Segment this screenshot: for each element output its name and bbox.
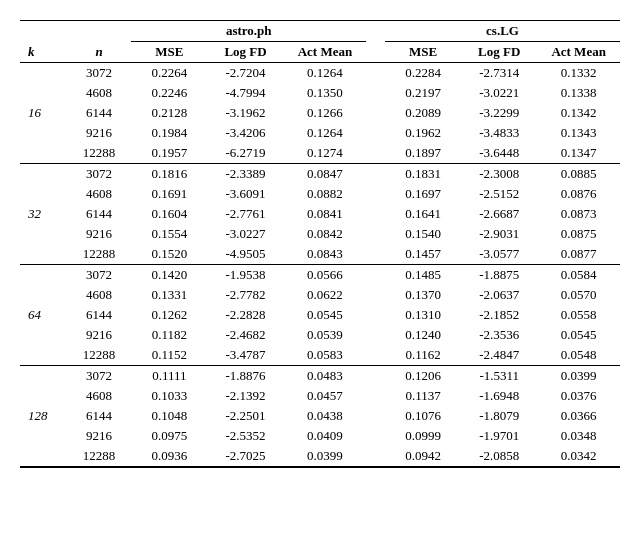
- astro-ph-header: astro.ph: [131, 21, 366, 42]
- k-cell: [20, 224, 67, 244]
- a_act-cell: 0.1266: [284, 103, 367, 123]
- c_mse-cell: 0.2089: [385, 103, 461, 123]
- data-table: astro.ph cs.LG k n MSE Log FD Act Mean M…: [20, 20, 620, 468]
- spacer: [366, 123, 385, 143]
- n-cell: 12288: [67, 345, 131, 366]
- a_mse-cell: 0.1152: [131, 345, 207, 366]
- a_act-cell: 0.0399: [284, 446, 367, 467]
- c_act-cell: 0.0876: [537, 184, 620, 204]
- c_act-cell: 0.0548: [537, 345, 620, 366]
- c_act-cell: 0.0873: [537, 204, 620, 224]
- c_logfd-cell: -2.4847: [461, 345, 537, 366]
- spacer: [366, 386, 385, 406]
- c_act-cell: 0.1343: [537, 123, 620, 143]
- c_act-cell: 0.0366: [537, 406, 620, 426]
- c_logfd-cell: -2.3008: [461, 164, 537, 185]
- a_logfd-cell: -3.0227: [207, 224, 283, 244]
- a_mse-cell: 0.0975: [131, 426, 207, 446]
- a_logfd-cell: -1.8876: [207, 366, 283, 387]
- c_mse-cell: 0.1162: [385, 345, 461, 366]
- n-cell: 6144: [67, 103, 131, 123]
- n-cell: 6144: [67, 305, 131, 325]
- c_mse-cell: 0.1831: [385, 164, 461, 185]
- cs-lg-header: cs.LG: [385, 21, 620, 42]
- a_mse-cell: 0.1331: [131, 285, 207, 305]
- c-mse-header: MSE: [385, 42, 461, 63]
- a_mse-cell: 0.2128: [131, 103, 207, 123]
- a_mse-cell: 0.1182: [131, 325, 207, 345]
- c_mse-cell: 0.0942: [385, 446, 461, 467]
- a_logfd-cell: -2.2501: [207, 406, 283, 426]
- a_act-cell: 0.0409: [284, 426, 367, 446]
- spacer: [366, 305, 385, 325]
- n-header: [67, 21, 131, 42]
- spacer: [366, 83, 385, 103]
- c_mse-cell: 0.1897: [385, 143, 461, 164]
- n-cell: 12288: [67, 446, 131, 467]
- a_act-cell: 0.0545: [284, 305, 367, 325]
- a_mse-cell: 0.1554: [131, 224, 207, 244]
- k-cell: [20, 366, 67, 387]
- spacer: [366, 345, 385, 366]
- a_logfd-cell: -2.2828: [207, 305, 283, 325]
- k-cell: 64: [20, 305, 67, 325]
- k-cell: 128: [20, 406, 67, 426]
- spacer: [366, 325, 385, 345]
- c_mse-cell: 0.1370: [385, 285, 461, 305]
- c-actmean-header: Act Mean: [537, 42, 620, 63]
- n-cell: 4608: [67, 285, 131, 305]
- k-cell: [20, 386, 67, 406]
- a_act-cell: 0.0539: [284, 325, 367, 345]
- c_act-cell: 0.0558: [537, 305, 620, 325]
- c-logfd-header: Log FD: [461, 42, 537, 63]
- c_mse-cell: 0.1206: [385, 366, 461, 387]
- k-cell: [20, 345, 67, 366]
- a_logfd-cell: -3.4206: [207, 123, 283, 143]
- a_act-cell: 0.0842: [284, 224, 367, 244]
- n-cell: 9216: [67, 224, 131, 244]
- c_act-cell: 0.0885: [537, 164, 620, 185]
- k-cell: [20, 143, 67, 164]
- n-cell: 12288: [67, 143, 131, 164]
- k-cell: [20, 63, 67, 84]
- a_act-cell: 0.0483: [284, 366, 367, 387]
- a_logfd-cell: -2.7204: [207, 63, 283, 84]
- n-col-header: n: [67, 42, 131, 63]
- c_logfd-cell: -2.1852: [461, 305, 537, 325]
- n-cell: 9216: [67, 325, 131, 345]
- c_act-cell: 0.0877: [537, 244, 620, 265]
- c_act-cell: 0.1332: [537, 63, 620, 84]
- k-header: [20, 21, 67, 42]
- k-cell: [20, 325, 67, 345]
- spacer: [366, 184, 385, 204]
- a_act-cell: 0.1264: [284, 63, 367, 84]
- a_logfd-cell: -3.6091: [207, 184, 283, 204]
- c_logfd-cell: -2.7314: [461, 63, 537, 84]
- a_mse-cell: 0.2264: [131, 63, 207, 84]
- c_logfd-cell: -1.8875: [461, 265, 537, 286]
- a_act-cell: 0.1350: [284, 83, 367, 103]
- c_mse-cell: 0.2284: [385, 63, 461, 84]
- k-cell: [20, 426, 67, 446]
- a_mse-cell: 0.1604: [131, 204, 207, 224]
- c_act-cell: 0.0584: [537, 265, 620, 286]
- k-col-header: k: [20, 42, 67, 63]
- c_logfd-cell: -3.2299: [461, 103, 537, 123]
- c_logfd-cell: -1.5311: [461, 366, 537, 387]
- a_act-cell: 0.0438: [284, 406, 367, 426]
- c_logfd-cell: -3.0221: [461, 83, 537, 103]
- a_mse-cell: 0.2246: [131, 83, 207, 103]
- c_logfd-cell: -1.8079: [461, 406, 537, 426]
- c_mse-cell: 0.1485: [385, 265, 461, 286]
- n-cell: 4608: [67, 83, 131, 103]
- a_mse-cell: 0.1111: [131, 366, 207, 387]
- n-cell: 9216: [67, 426, 131, 446]
- a-actmean-header: Act Mean: [284, 42, 367, 63]
- n-cell: 3072: [67, 366, 131, 387]
- a_act-cell: 0.0847: [284, 164, 367, 185]
- c_act-cell: 0.0545: [537, 325, 620, 345]
- c_act-cell: 0.0342: [537, 446, 620, 467]
- spacer: [366, 63, 385, 84]
- c_mse-cell: 0.1457: [385, 244, 461, 265]
- k-cell: 16: [20, 103, 67, 123]
